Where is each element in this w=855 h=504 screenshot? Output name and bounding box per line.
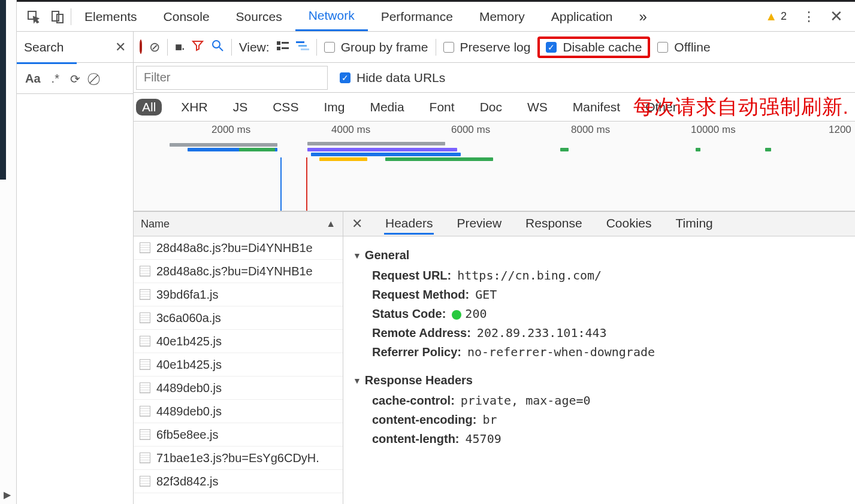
collapse-arrow-icon[interactable]: ▶ [4, 489, 11, 500]
detail-tab-preview[interactable]: Preview [455, 214, 503, 235]
match-case-button[interactable]: Aa [25, 72, 41, 86]
type-chip-media[interactable]: Media [364, 99, 410, 116]
request-list[interactable]: 28d48a8c.js?bu=Di4YNHB1e28d48a8c.js?bu=D… [134, 236, 343, 504]
tab-performance[interactable]: Performance [368, 2, 466, 31]
disable-cache-highlight: Disable cache [537, 37, 650, 58]
file-icon [140, 312, 150, 323]
type-chip-css[interactable]: CSS [267, 99, 304, 116]
svg-rect-1 [52, 11, 59, 21]
content-length-value: 45709 [466, 432, 501, 446]
detail-tab-timing[interactable]: Timing [675, 214, 714, 235]
record-button[interactable] [140, 41, 142, 53]
filter-input[interactable] [136, 66, 328, 90]
search-title: Search [24, 40, 64, 54]
request-row[interactable]: 4489deb0.js [134, 377, 343, 400]
request-row[interactable]: 3c6a060a.js [134, 306, 343, 330]
request-name: 28d48a8c.js?bu=Di4YNHB1e [156, 265, 313, 278]
tab-sources[interactable]: Sources [223, 2, 295, 31]
view-label: View: [239, 40, 270, 54]
file-icon [140, 382, 150, 393]
close-devtools-icon[interactable]: ✕ [824, 7, 849, 26]
waterfall-icon[interactable] [296, 40, 309, 54]
regex-button[interactable]: .* [52, 72, 59, 86]
detail-tab-headers[interactable]: Headers [384, 214, 434, 235]
disclosure-triangle-icon: ▼ [353, 376, 361, 385]
request-row[interactable]: 28d48a8c.js?bu=Di4YNHB1e [134, 260, 343, 283]
disclosure-triangle-icon: ▼ [353, 251, 361, 260]
request-row[interactable]: 40e1b425.js [134, 353, 343, 377]
inspect-element-icon[interactable] [23, 6, 44, 28]
type-chip-ws[interactable]: WS [521, 99, 554, 116]
hide-data-urls-checkbox[interactable]: Hide data URLs [340, 71, 445, 85]
detail-tab-cookies[interactable]: Cookies [605, 214, 653, 235]
svg-rect-8 [282, 47, 289, 49]
request-row[interactable]: 39bd6fa1.js [134, 283, 343, 306]
filter-toggle-icon[interactable] [192, 40, 204, 54]
type-chip-js[interactable]: JS [227, 99, 254, 116]
tab-elements[interactable]: Elements [71, 2, 150, 31]
names-header-label: Name [141, 218, 170, 230]
device-toolbar-icon[interactable] [47, 6, 68, 28]
timeline-tick: 4000 ms [331, 124, 370, 136]
remote-address-value: 202.89.233.101:443 [477, 326, 607, 340]
preserve-log-checkbox[interactable]: Preserve log [443, 40, 531, 54]
file-icon [140, 242, 150, 253]
type-chip-other[interactable]: Other [639, 99, 683, 116]
close-details-icon[interactable]: ✕ [352, 216, 362, 232]
tabs-overflow[interactable]: » [626, 2, 660, 31]
type-chip-doc[interactable]: Doc [474, 99, 508, 116]
svg-rect-6 [282, 42, 289, 44]
network-toolbar: ⊘ ■▪ View: [134, 32, 855, 63]
request-row[interactable]: 4489deb0.js [134, 400, 343, 423]
search-options: Aa .* ⟳ ⃠ [17, 64, 133, 94]
request-name: 28d48a8c.js?bu=Di4YNHB1e [156, 241, 313, 255]
detail-tab-response[interactable]: Response [524, 214, 584, 235]
type-chip-font[interactable]: Font [424, 99, 461, 116]
request-row[interactable]: 71bae1e3.js?bu=EsYg6CDyH. [134, 447, 343, 470]
type-chip-xhr[interactable]: XHR [175, 99, 213, 116]
content-encoding-value: br [482, 412, 497, 427]
close-search-icon[interactable]: ✕ [115, 40, 126, 55]
screenshots-icon[interactable]: ■▪ [175, 40, 185, 54]
status-dot-icon [452, 310, 461, 320]
offline-checkbox[interactable]: Offline [657, 40, 710, 54]
filter-row: Hide data URLs [134, 63, 855, 93]
file-icon [140, 289, 150, 300]
svg-point-3 [213, 41, 220, 48]
request-name: 82f3d842.js [156, 475, 218, 488]
request-row[interactable]: 28d48a8c.js?bu=Di4YNHB1e [134, 236, 343, 260]
tab-application[interactable]: Application [538, 2, 626, 31]
search-icon[interactable] [211, 39, 224, 56]
request-method-value: GET [475, 287, 497, 302]
refresh-icon[interactable]: ⟳ [70, 72, 80, 86]
timeline-tick: 8000 ms [571, 124, 610, 136]
tab-console[interactable]: Console [150, 2, 223, 31]
clear-button[interactable]: ⊘ [149, 40, 160, 55]
group-by-frame-checkbox[interactable]: Group by frame [324, 40, 428, 54]
tab-memory[interactable]: Memory [466, 2, 538, 31]
large-rows-icon[interactable] [277, 40, 289, 54]
warning-icon: ▲ [765, 10, 777, 23]
menu-kebab-icon[interactable]: ⋮ [794, 9, 824, 25]
request-name: 3c6a060a.js [156, 311, 221, 325]
warnings-count[interactable]: ▲ 2 [765, 10, 787, 23]
type-chip-manifest[interactable]: Manifest [567, 99, 626, 116]
svg-rect-10 [298, 45, 307, 47]
network-timeline[interactable]: 2000 ms4000 ms6000 ms8000 ms10000 ms1200 [134, 122, 855, 211]
tab-network[interactable]: Network [295, 2, 368, 31]
request-row[interactable]: 6fb5e8ee.js [134, 423, 343, 447]
request-row[interactable]: 82f3d842.js [134, 470, 343, 493]
type-chip-img[interactable]: Img [318, 99, 351, 116]
page-left-strip: ▶ [0, 0, 17, 504]
file-icon [140, 266, 150, 277]
section-response-headers[interactable]: ▼Response Headers [353, 374, 845, 387]
request-detail-body: ▼General Request URL:https://cn.bing.com… [343, 236, 855, 504]
type-chip-all[interactable]: All [136, 99, 162, 116]
timeline-tick: 6000 ms [451, 124, 490, 136]
request-row[interactable]: 40e1b425.js [134, 330, 343, 353]
names-column-header[interactable]: Name ▲ [134, 211, 343, 236]
request-name: 40e1b425.js [156, 335, 222, 348]
request-name: 71bae1e3.js?bu=EsYg6CDyH. [156, 451, 319, 465]
disable-cache-checkbox[interactable]: Disable cache [546, 40, 642, 54]
section-general[interactable]: ▼General [353, 248, 845, 262]
